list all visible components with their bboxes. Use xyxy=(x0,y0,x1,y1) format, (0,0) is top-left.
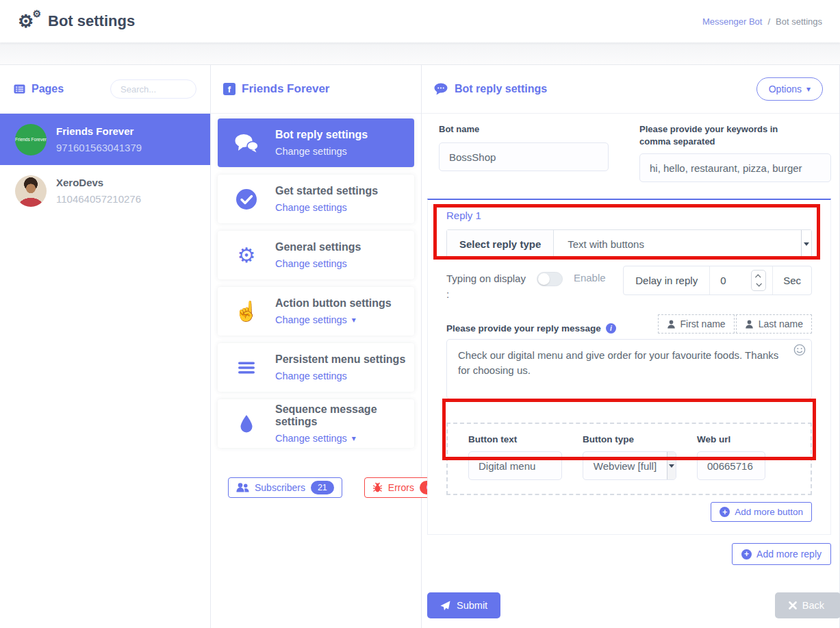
menu-item-get-started-settings[interactable]: Get started settings Change settings xyxy=(218,175,414,223)
pages-panel: Pages Friends Forever Friends Forever 97… xyxy=(0,65,211,628)
select-arrow[interactable] xyxy=(667,452,676,479)
change-settings-link[interactable]: Change settings xyxy=(275,370,347,381)
delay-unit: Sec xyxy=(773,266,811,294)
bot-settings-page: ⚙⚙ Bot settings Messenger Bot / Bot sett… xyxy=(0,0,840,628)
bars-icon xyxy=(218,361,275,375)
reply-panel-header: Bot reply settings Options ▾ xyxy=(422,65,839,114)
breadcrumb-separator: / xyxy=(767,16,770,27)
change-settings-link[interactable]: Change settings xyxy=(275,146,347,157)
subscribers-button[interactable]: Subscribers 21 xyxy=(228,477,342,498)
breadcrumb: Messenger Bot / Bot settings xyxy=(702,16,822,27)
person-icon xyxy=(745,320,754,329)
subscribers-count-badge: 21 xyxy=(311,481,334,494)
first-name-button[interactable]: First name xyxy=(658,314,735,334)
options-button[interactable]: Options ▾ xyxy=(756,77,823,101)
page-title: ⚙⚙ Bot settings xyxy=(18,11,135,32)
settings-menu-list: Bot reply settings Change settings Get s… xyxy=(211,114,421,448)
change-settings-link[interactable]: Change settings xyxy=(275,258,347,269)
change-settings-link[interactable]: Change settings xyxy=(275,202,347,213)
pages-title-text: Pages xyxy=(31,83,64,95)
submit-button[interactable]: Submit xyxy=(427,592,500,618)
button-type-select[interactable]: Webview [full] xyxy=(583,451,676,480)
typing-left: Typing on display : Enable xyxy=(446,266,606,302)
menu-item-title: Sequence message settings xyxy=(275,403,414,428)
typing-row: Typing on display : Enable Delay in repl… xyxy=(446,266,812,302)
avatar: Friends Forever xyxy=(15,124,47,155)
delay-value-cell: 0 xyxy=(710,266,773,294)
main-content: Pages Friends Forever Friends Forever 97… xyxy=(0,65,840,628)
bot-reply-settings-panel: Bot reply settings Options ▾ Bot name Pl… xyxy=(422,65,839,628)
keywords-label: Please provide your keywords in comma se… xyxy=(639,123,807,148)
delay-value[interactable]: 0 xyxy=(720,275,726,286)
menu-item-texts: Bot reply settings Change settings xyxy=(275,129,368,158)
select-arrow[interactable] xyxy=(801,230,811,258)
info-icon[interactable]: i xyxy=(606,323,616,334)
emoji-icon[interactable] xyxy=(793,344,806,359)
search-input[interactable] xyxy=(110,79,196,99)
add-more-button[interactable]: + Add more button xyxy=(711,502,812,522)
delay-group: Delay in reply 0 Sec xyxy=(623,266,812,295)
keywords-input[interactable] xyxy=(639,153,831,182)
menu-item-texts: Sequence message settings Change setting… xyxy=(275,403,414,444)
button-text-input[interactable] xyxy=(468,451,562,480)
close-icon xyxy=(789,601,797,610)
page-item-friends-forever[interactable]: Friends Forever Friends Forever 97160156… xyxy=(0,114,210,165)
button-text-field: Button text xyxy=(468,434,562,480)
chevron-up-icon[interactable] xyxy=(755,275,761,280)
page-meta: Friends Forever 971601563041379 xyxy=(56,123,142,155)
bot-name-input[interactable] xyxy=(439,142,609,171)
last-name-button[interactable]: Last name xyxy=(736,314,812,334)
reply-type-select[interactable]: Text with buttons xyxy=(554,230,801,258)
plus-circle-icon: + xyxy=(720,507,730,517)
menu-item-persistent-menu-settings[interactable]: Persistent menu settings Change settings xyxy=(218,343,414,392)
menu-item-general-settings[interactable]: ⚙ General settings Change settings xyxy=(218,231,414,279)
plus-circle-icon: + xyxy=(741,549,752,560)
reply-message-textarea[interactable]: Check our digital menu and give order fo… xyxy=(446,339,812,399)
menu-item-texts: Get started settings Change settings xyxy=(275,185,378,214)
breadcrumb-current: Bot settings xyxy=(776,16,822,27)
paper-plane-icon xyxy=(440,601,450,611)
reply-card: Reply 1 Select reply type Text with butt… xyxy=(427,199,831,535)
enable-label: Enable xyxy=(574,272,606,284)
settings-menu-panel: f Friends Forever Bot reply settings Cha… xyxy=(211,65,422,628)
pages-list: Friends Forever Friends Forever 97160156… xyxy=(0,114,210,216)
menu-item-action-button-settings[interactable]: ☝ Action button settings Change settings… xyxy=(218,287,414,336)
typing-toggle[interactable] xyxy=(537,272,563,286)
menu-item-texts: Persistent menu settings Change settings xyxy=(275,353,405,382)
reply-type-select-group: Select reply type Text with buttons xyxy=(446,229,812,259)
pages-list-icon xyxy=(14,84,25,94)
back-button[interactable]: Back xyxy=(775,592,840,618)
reply-panel-title: Bot reply settings xyxy=(434,83,547,95)
facebook-icon: f xyxy=(223,83,236,95)
add-more-reply-row: + Add more reply xyxy=(427,543,831,565)
droplet-icon xyxy=(218,414,275,434)
web-url-label: Web url xyxy=(697,434,765,444)
page-name: XeroDevs xyxy=(56,175,141,190)
caret-down-icon: ▾ xyxy=(352,434,356,443)
menu-panel-title-text: Friends Forever xyxy=(242,82,330,96)
person-icon xyxy=(667,320,676,329)
top-bar: ⚙⚙ Bot settings Messenger Bot / Bot sett… xyxy=(0,0,840,42)
check-circle-icon xyxy=(218,188,275,210)
delay-stepper[interactable] xyxy=(751,270,766,291)
bug-icon xyxy=(372,482,383,493)
page-item-xerodevs[interactable]: XeroDevs 110464057210276 xyxy=(0,165,210,216)
reply-message-label: Please provide your reply message i xyxy=(446,323,616,334)
menu-item-bot-reply-settings[interactable]: Bot reply settings Change settings xyxy=(218,118,414,167)
users-icon xyxy=(236,483,249,492)
chevron-down-icon[interactable] xyxy=(756,281,762,286)
menu-panel-title: f Friends Forever xyxy=(223,82,330,96)
menu-item-title: Get started settings xyxy=(275,185,378,197)
web-url-input[interactable] xyxy=(697,451,765,480)
menu-item-sequence-message-settings[interactable]: Sequence message settings Change setting… xyxy=(218,399,414,448)
page-name: Friends Forever xyxy=(56,123,142,139)
add-more-reply-button[interactable]: + Add more reply xyxy=(732,543,831,565)
menu-item-title: General settings xyxy=(275,241,361,253)
typing-label: Typing on display : xyxy=(446,271,526,302)
button-type-label: Button type xyxy=(583,434,676,444)
breadcrumb-parent-link[interactable]: Messenger Bot xyxy=(702,16,762,27)
reply-title: Reply 1 xyxy=(446,210,812,221)
change-settings-link[interactable]: Change settings▾ xyxy=(275,433,356,444)
button-text-label: Button text xyxy=(468,434,562,444)
change-settings-link[interactable]: Change settings▾ xyxy=(275,314,356,325)
